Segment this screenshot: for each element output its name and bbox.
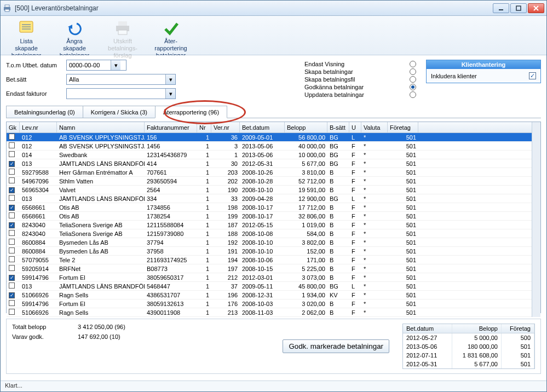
list-payments-button[interactable]: Lista skapade betalningar bbox=[7, 19, 45, 59]
approve-selected-button[interactable]: Godk. markerade betalningar bbox=[283, 339, 389, 353]
sum-col-bet[interactable]: Bet.datum bbox=[403, 324, 452, 333]
table-row[interactable]: 8600884Bysmeden Lås AB3795811912008-10-1… bbox=[7, 247, 532, 256]
col-foretag[interactable]: Företag bbox=[388, 122, 418, 132]
grid-body[interactable]: 012AB SVENSK UPPLYSNINGSTJÄ1561362009-05… bbox=[7, 133, 532, 317]
col-gk[interactable]: Gk bbox=[7, 122, 20, 132]
mode-createfile-radio[interactable] bbox=[410, 76, 416, 83]
table-row[interactable]: 57079055Tele 221169317492511942008-10-06… bbox=[7, 256, 532, 264]
row-checkbox[interactable] bbox=[9, 292, 15, 298]
col-ver[interactable]: Ver.nr bbox=[211, 122, 240, 132]
row-checkbox[interactable] bbox=[9, 205, 15, 211]
cell-ver: 194 bbox=[211, 257, 240, 263]
mode-create-radio[interactable] bbox=[410, 68, 416, 75]
row-checkbox[interactable] bbox=[9, 300, 15, 306]
mode-approve-radio[interactable] bbox=[410, 84, 416, 90]
tab-aterrapportering[interactable]: Återrapportering (96) bbox=[155, 106, 227, 118]
row-checkbox[interactable] bbox=[9, 230, 15, 236]
col-namn[interactable]: Namn bbox=[57, 122, 145, 132]
table-row[interactable]: 59914796Fortum El3805913261311762008-10-… bbox=[7, 299, 532, 308]
close-button[interactable] bbox=[528, 3, 544, 13]
table-row[interactable]: 012AB SVENSK UPPLYSNINGSTJÄ1456132013-05… bbox=[7, 142, 532, 151]
summary-row[interactable]: 2013-05-06180 000,00501 bbox=[403, 342, 534, 351]
mode-view-radio[interactable] bbox=[410, 61, 416, 67]
row-checkbox[interactable] bbox=[9, 169, 15, 175]
cell-u: F bbox=[349, 257, 361, 263]
cell-ver: 213 bbox=[211, 309, 240, 316]
cell-nr: 1 bbox=[197, 222, 211, 228]
paymethod-dropdown[interactable]: Alla ▾ bbox=[66, 74, 176, 85]
table-row[interactable]: 8600884Bysmeden Lås AB3779411922008-10-1… bbox=[7, 238, 532, 247]
row-checkbox[interactable] bbox=[9, 239, 15, 245]
col-u[interactable]: U bbox=[349, 122, 361, 132]
cell-fakt: 4386531707 bbox=[145, 292, 197, 298]
row-checkbox[interactable] bbox=[9, 265, 15, 271]
col-valuta[interactable]: Valuta bbox=[361, 122, 388, 132]
row-checkbox[interactable] bbox=[9, 187, 15, 193]
col-nr[interactable]: Nr bbox=[197, 122, 211, 132]
summary-row[interactable]: 2012-07-111 831 608,00501 bbox=[403, 351, 534, 360]
col-bet[interactable]: Bet.datum bbox=[240, 122, 285, 132]
cell-lev: 013 bbox=[20, 160, 57, 167]
table-row[interactable]: 51066926Ragn Sells439001190812132008-11-… bbox=[7, 308, 532, 317]
cell-fakt: 38059650317 bbox=[145, 274, 197, 281]
chevron-down-icon[interactable]: ▾ bbox=[165, 89, 175, 99]
cell-foretag: 501 bbox=[388, 222, 418, 228]
cell-bsatt: B bbox=[327, 239, 349, 246]
col-belopp[interactable]: Belopp bbox=[285, 122, 327, 132]
row-checkbox[interactable] bbox=[9, 151, 15, 157]
summary-row[interactable]: 2012-05-275 000,00500 bbox=[403, 333, 534, 342]
row-checkbox[interactable] bbox=[9, 222, 15, 228]
row-checkbox[interactable] bbox=[9, 283, 15, 289]
table-row[interactable]: 8243040TeliaSonera Sverige AB12159739080… bbox=[7, 229, 532, 238]
mode-update-radio[interactable] bbox=[410, 91, 416, 98]
table-row[interactable]: 013JÄMTLANDS LÄNS BRANDFÖR54684471372009… bbox=[7, 282, 532, 291]
table-row[interactable]: 6568661Otis AB173485611982008-10-1717 71… bbox=[7, 203, 532, 212]
report-payments-button[interactable]: Åter- rapportering betalningar bbox=[152, 19, 190, 59]
row-checkbox[interactable] bbox=[9, 247, 15, 253]
row-checkbox[interactable] bbox=[9, 142, 15, 148]
table-row[interactable]: 59205914BRFNetB0877311972008-10-155 225,… bbox=[7, 264, 532, 273]
table-row[interactable]: 54967096Sthlm Vatten29365059412022008-10… bbox=[7, 177, 532, 186]
sum-col-belopp[interactable]: Belopp bbox=[452, 324, 502, 333]
table-row[interactable]: 59914796Fortum El3805965031712122012-03-… bbox=[7, 273, 532, 282]
row-checkbox[interactable] bbox=[9, 309, 15, 315]
table-row[interactable]: 59279588Herr Gårman Entrémattor A7076611… bbox=[7, 168, 532, 177]
row-checkbox[interactable] bbox=[9, 195, 15, 201]
row-checkbox[interactable] bbox=[9, 177, 15, 183]
table-row[interactable]: 56965304Valvet256411902008-10-1019 591,0… bbox=[7, 186, 532, 194]
row-checkbox[interactable] bbox=[9, 275, 15, 281]
date-dropdown-icon[interactable]: ▾ bbox=[111, 60, 120, 70]
table-row[interactable]: 6568661Otis AB173825411992008-10-1732 80… bbox=[7, 212, 532, 221]
maximize-button[interactable] bbox=[510, 3, 527, 13]
row-checkbox[interactable] bbox=[9, 212, 15, 218]
minimize-button[interactable] bbox=[493, 3, 509, 13]
col-bsatt[interactable]: B-sätt bbox=[327, 122, 349, 132]
row-checkbox[interactable] bbox=[9, 256, 15, 262]
client-box-title: Klienthantering bbox=[427, 60, 540, 69]
include-clients-checkbox[interactable] bbox=[529, 72, 536, 79]
undo-payments-button[interactable]: Ångra skapade betalningar bbox=[55, 19, 94, 59]
cell-belopp: 152,00 bbox=[285, 248, 327, 255]
col-lev[interactable]: Lev.nr bbox=[20, 122, 57, 132]
tab-underlag[interactable]: Betalningsunderlag (0) bbox=[6, 106, 83, 118]
date-input[interactable]: ▾ bbox=[66, 60, 126, 71]
table-row[interactable]: 012AB SVENSK UPPLYSNINGSTJÄ1561362009-05… bbox=[7, 133, 532, 142]
row-checkbox[interactable] bbox=[9, 161, 15, 167]
date-value[interactable] bbox=[67, 62, 111, 68]
table-row[interactable]: 013JÄMTLANDS LÄNS BRANDFÖR4141302012-05-… bbox=[7, 159, 532, 168]
table-row[interactable]: 51066926Ragn Sells438653170711962008-12-… bbox=[7, 291, 532, 299]
table-row[interactable]: 8243040TeliaSonera Sverige AB12115588084… bbox=[7, 221, 532, 229]
sum-col-for[interactable]: Företag bbox=[502, 324, 534, 333]
summary-row[interactable]: 2012-05-315 677,00501 bbox=[403, 360, 534, 368]
invoices-dropdown[interactable]: ▾ bbox=[66, 88, 176, 99]
chevron-down-icon[interactable]: ▾ bbox=[165, 74, 175, 84]
tab-korrigera[interactable]: Korrigera / Skicka (3) bbox=[83, 106, 156, 118]
cell-valuta: * bbox=[361, 301, 388, 307]
table-row[interactable]: 014Swedbank123145436879112013-05-0610 00… bbox=[7, 151, 532, 159]
col-fakt[interactable]: Fakturanummer bbox=[145, 122, 197, 132]
titlebar[interactable]: [500] Leverantörsbetalningar bbox=[1, 1, 546, 16]
grid-header[interactable]: Gk Lev.nr Namn Fakturanummer Nr Ver.nr B… bbox=[7, 122, 532, 133]
grid-scrollbar[interactable] bbox=[532, 122, 540, 317]
row-checkbox[interactable] bbox=[9, 134, 15, 140]
table-row[interactable]: 013JÄMTLANDS LÄNS BRANDFÖR3341332009-04-… bbox=[7, 194, 532, 203]
